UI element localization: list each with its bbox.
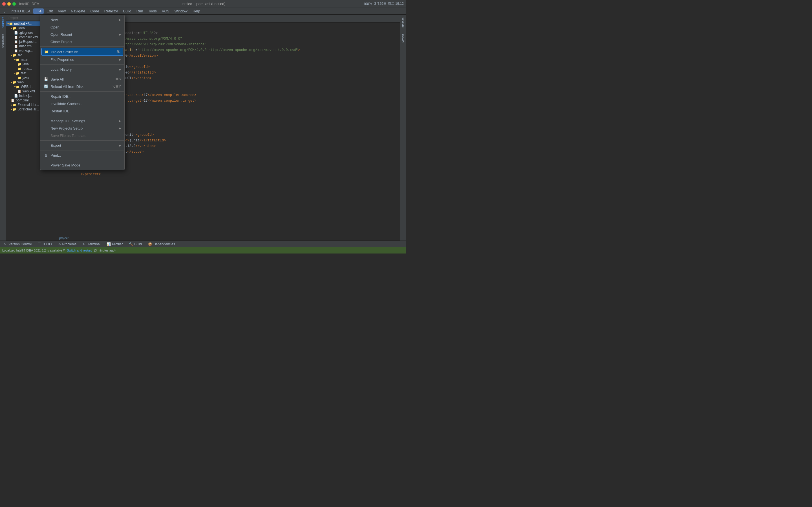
notification-time: (3 minutes ago) [94, 249, 115, 252]
btab-build[interactable]: 🔨 Build [126, 242, 145, 247]
apple-logo[interactable]:  [2, 9, 8, 13]
menu-entry-restart-ide[interactable]: Restart IDE... [40, 107, 124, 115]
btab-todo[interactable]: ☰ TODO [35, 242, 54, 247]
title-bar-right: 100% 3月29日 周二 19:12 [363, 1, 404, 6]
new-projects-icon [44, 126, 48, 130]
repair-icon [44, 94, 48, 99]
menu-entry-manage-ide[interactable]: Manage IDE Settings ▶ [40, 117, 124, 124]
tree-xml-icon: 📋 [17, 90, 21, 93]
menu-label-print: Print... [50, 153, 61, 158]
tree-java-icon: 📁 [17, 76, 21, 80]
menu-entry-new-projects[interactable]: New Projects Setup ▶ [40, 124, 124, 132]
btab-version-control[interactable]: ⛌ Version Control [1, 242, 35, 247]
menu-help[interactable]: Help [190, 8, 202, 14]
menu-vcs[interactable]: VCS [160, 8, 172, 14]
menu-window[interactable]: Window [172, 8, 190, 14]
menu-entry-repair-ide[interactable]: Repair IDE... [40, 93, 124, 100]
separator-5 [40, 116, 124, 116]
tree-label-webl: WEB-I... [21, 85, 34, 89]
manage-ide-icon [44, 119, 48, 123]
project-structure-icon: 📁 [44, 50, 49, 54]
menu-entry-new[interactable]: New ▶ [40, 16, 124, 23]
new-projects-arrow: ▶ [119, 126, 121, 130]
menu-entry-save-all[interactable]: 💾 Save All ⌘S [40, 75, 124, 83]
restart-icon [44, 109, 48, 113]
profiler-icon: 📊 [107, 242, 111, 246]
menu-entry-file-props[interactable]: File Properties ▶ [40, 56, 124, 63]
vtab-bookmarks[interactable]: Bookmarks [1, 32, 5, 50]
menu-file[interactable]: File [33, 8, 44, 14]
menu-entry-save-template: Save File as Template... [40, 132, 124, 139]
power-save-icon [44, 163, 48, 167]
todo-label: TODO [42, 242, 52, 246]
menu-view[interactable]: View [56, 8, 68, 14]
file-props-icon [44, 57, 48, 62]
tree-label-scratches: Scratches ar... [17, 107, 39, 111]
btab-terminal[interactable]: >_ Terminal [80, 242, 103, 247]
menu-label-manage-ide: Manage IDE Settings [50, 119, 85, 123]
menu-entry-local-history[interactable]: Local History ▶ [40, 66, 124, 73]
menu-label-restart-ide: Restart IDE... [50, 109, 72, 113]
tree-folder-icon: ▾📁 [14, 71, 20, 75]
menu-code[interactable]: Code [88, 8, 101, 14]
tree-folder-icon: ▾📁 [11, 26, 16, 30]
menu-entry-open-recent[interactable]: Open Recent ▶ [40, 31, 124, 38]
tree-label-java: java [22, 62, 29, 66]
menu-label-file-props: File Properties [50, 57, 74, 62]
open-icon [44, 25, 48, 29]
tree-label-extlibs: External Libr... [17, 103, 39, 107]
close-button[interactable] [2, 2, 6, 6]
menu-label-new: New [50, 18, 58, 22]
notification-text: Localized IntelliJ IDEA 2021.3.2 is avai… [2, 249, 64, 252]
menu-entry-power-save[interactable]: Power Save Mode [40, 161, 124, 169]
menu-entry-close-project[interactable]: Close Project [40, 38, 124, 45]
open-recent-icon [44, 32, 48, 37]
terminal-icon: >_ [83, 242, 87, 246]
btab-dependencies[interactable]: 📦 Dependencies [145, 242, 178, 247]
separator-6 [40, 140, 124, 140]
new-icon [44, 17, 48, 22]
menu-refactor[interactable]: Refactor [102, 8, 120, 14]
tree-label-indexjs: index.j... [19, 94, 32, 98]
menu-entry-export[interactable]: Export ▶ [40, 142, 124, 149]
save-all-shortcut: ⌘S [115, 77, 121, 81]
right-tab-database[interactable]: Database [401, 16, 405, 31]
left-vtabs: Structure Bookmarks [0, 15, 6, 240]
menu-entry-invalidate[interactable]: Invalidate Caches... [40, 100, 124, 107]
notification-switch-link[interactable]: Switch and restart [67, 249, 92, 252]
separator-3 [40, 74, 124, 74]
file-dropdown-menu: New ▶ Open... Open Recent ▶ Close Projec… [40, 15, 124, 170]
menu-label-close-project: Close Project [50, 40, 72, 44]
menu-entry-open[interactable]: Open... [40, 23, 124, 31]
title-bar: IntelliJ IDEA untitled – pom.xml (untitl… [0, 0, 406, 8]
manage-ide-arrow: ▶ [119, 119, 121, 123]
menu-navigate[interactable]: Navigate [68, 8, 87, 14]
profiler-label: Profiler [112, 242, 123, 246]
save-all-icon: 💾 [44, 77, 48, 81]
invalidate-icon [44, 101, 48, 106]
maximize-button[interactable] [12, 2, 16, 6]
code-editor[interactable]: <?xml version="1.0" encoding="UTF-8"?> <… [77, 22, 396, 235]
menu-edit[interactable]: Edit [44, 8, 55, 14]
menu-entry-project-structure[interactable]: 📁 Project Structure... ⌘; [42, 48, 123, 56]
vc-label: Version Control [8, 242, 32, 246]
tree-folder-icon: ▾📁 [14, 85, 20, 89]
dependencies-label: Dependencies [153, 242, 175, 246]
save-template-icon [44, 133, 48, 138]
menu-intellij[interactable]: IntelliJ IDEA [8, 8, 33, 14]
right-tab-maven[interactable]: Maven [401, 33, 405, 44]
tree-folder-icon: ▸📁 [11, 108, 16, 111]
btab-problems[interactable]: ⚠ Problems [55, 242, 80, 247]
menu-entry-reload-all[interactable]: 🔄 Reload All from Disk ⌥⌘Y [40, 83, 124, 90]
menu-label-export: Export [50, 144, 61, 148]
btab-profiler[interactable]: 📊 Profiler [104, 242, 125, 247]
tree-label-root: untitled ~/... [14, 22, 32, 25]
vtab-structure[interactable]: Structure [1, 15, 5, 31]
menu-entry-print[interactable]: 🖨 Print... [40, 152, 124, 159]
minimize-button[interactable] [7, 2, 11, 6]
menu-tools[interactable]: Tools [146, 8, 159, 14]
tree-file-icon: 📄 [14, 94, 18, 98]
menu-run[interactable]: Run [134, 8, 146, 14]
project-structure-shortcut: ⌘; [116, 50, 121, 54]
menu-build[interactable]: Build [121, 8, 134, 14]
